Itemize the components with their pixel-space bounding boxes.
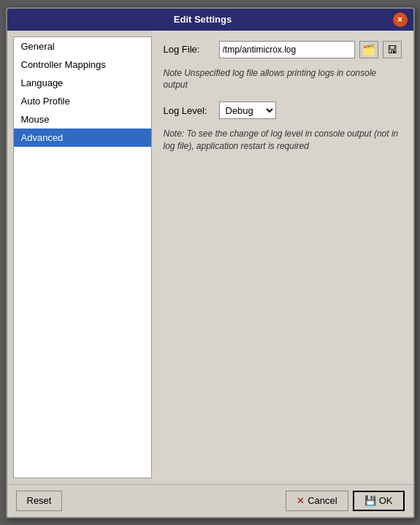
log-file-label: Log File: [164, 44, 215, 55]
footer-right-buttons: ✕ Cancel 💾 OK [286, 491, 404, 511]
title-bar: Edit Settings × [7, 9, 413, 31]
log-file-row: Log File: 🗂️ 🖫 [164, 41, 402, 58]
ok-button[interactable]: 💾 OK [353, 491, 405, 511]
reset-label: Reset [27, 495, 52, 506]
sidebar: General Controller Mappings Language Aut… [13, 37, 152, 478]
log-file-input[interactable] [219, 41, 355, 58]
sidebar-item-mouse[interactable]: Mouse [14, 110, 151, 129]
content-area: Log File: 🗂️ 🖫 Note Unspecified log file… [152, 31, 413, 484]
dialog-footer: Reset ✕ Cancel 💾 OK [7, 484, 413, 517]
close-button[interactable]: × [393, 12, 408, 27]
edit-settings-dialog: Edit Settings × General Controller Mappi… [6, 7, 415, 518]
log-level-note: Note: To see the change of log level in … [164, 128, 402, 153]
file-icon: 🗂️ [362, 44, 375, 55]
log-level-row: Log Level: Debug Info Warning Error [164, 101, 402, 119]
log-file-note: Note Unspecified log file allows printin… [164, 67, 402, 92]
reset-button[interactable]: Reset [16, 491, 63, 511]
sidebar-item-controller-mappings[interactable]: Controller Mappings [14, 55, 151, 74]
dialog-body: General Controller Mappings Language Aut… [7, 31, 413, 484]
sidebar-item-language[interactable]: Language [14, 74, 151, 92]
ok-icon: 💾 [364, 495, 376, 506]
clear-icon: 🖫 [387, 44, 397, 55]
cancel-label: Cancel [308, 495, 337, 506]
sidebar-item-general[interactable]: General [14, 37, 151, 55]
cancel-button[interactable]: ✕ Cancel [286, 491, 348, 511]
log-level-select[interactable]: Debug Info Warning Error [219, 101, 276, 119]
log-file-browse-icon-button[interactable]: 🗂️ [359, 41, 378, 58]
log-level-label: Log Level: [164, 105, 215, 116]
sidebar-item-advanced[interactable]: Advanced [14, 129, 151, 147]
log-file-clear-button[interactable]: 🖫 [383, 41, 402, 58]
sidebar-item-auto-profile[interactable]: Auto Profile [14, 92, 151, 110]
ok-label: OK [379, 495, 393, 506]
dialog-title: Edit Settings [13, 14, 393, 25]
cancel-icon: ✕ [297, 495, 305, 506]
